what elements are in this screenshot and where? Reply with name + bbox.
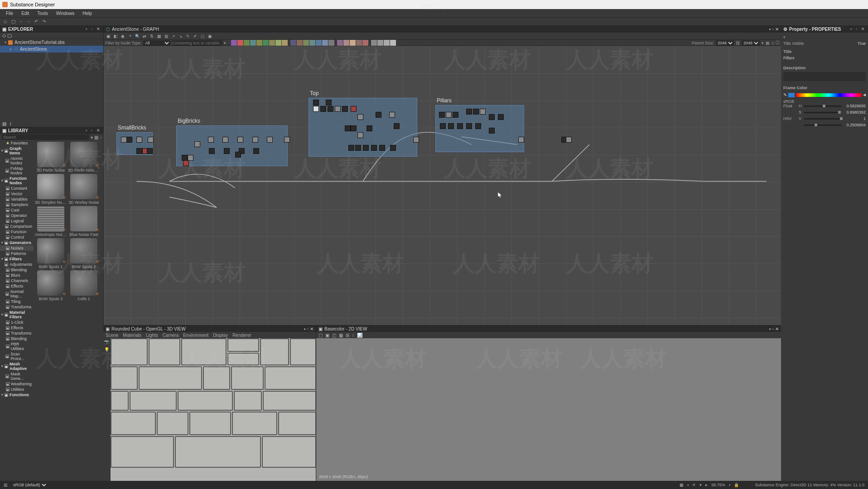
arrow-icon[interactable]: ◀: [863, 93, 866, 97]
graph-node[interactable]: [222, 137, 228, 143]
lib-cat-filters[interactable]: ▾▦Filters: [0, 256, 34, 262]
node-btn[interactable]: [309, 40, 315, 46]
node-btn[interactable]: [297, 40, 303, 46]
lib-cat-normalmap[interactable]: ▦Normal Map...: [0, 289, 34, 299]
graph-node[interactable]: [252, 137, 258, 143]
v3d-display[interactable]: Display: [213, 333, 228, 338]
color-swatch[interactable]: [788, 93, 795, 97]
lib-cat-comparison[interactable]: ▦Comparison: [0, 224, 34, 229]
close-icon[interactable]: ✕: [775, 27, 779, 32]
gt-icon[interactable]: ▥: [163, 33, 169, 39]
graph-node[interactable]: [413, 137, 419, 143]
graph-node[interactable]: [366, 125, 372, 131]
graph-node[interactable]: [136, 137, 142, 143]
graph-node[interactable]: [566, 137, 572, 143]
graph-node[interactable]: [457, 123, 463, 129]
eyedropper-icon[interactable]: ✎: [783, 92, 787, 97]
graph-node[interactable]: [357, 114, 363, 120]
lib-item[interactable]: ⟲BnW Spots 2: [68, 238, 100, 269]
graph-node[interactable]: [126, 137, 132, 143]
graph-node[interactable]: [475, 123, 481, 129]
node-btn[interactable]: [384, 40, 390, 46]
max-icon[interactable]: ▫: [100, 135, 101, 140]
node-btn[interactable]: [237, 40, 243, 46]
graph-node[interactable]: [267, 137, 273, 143]
lib-cat-meshadaptive[interactable]: ▾▦Mesh Adaptive: [0, 361, 34, 371]
lib-cat-scanproce[interactable]: ▦Scan Proce...: [0, 351, 34, 361]
node-btn[interactable]: [303, 40, 309, 46]
graph-node[interactable]: [376, 112, 381, 118]
v3d-materials[interactable]: Materials: [123, 333, 141, 338]
graph-node[interactable]: [480, 109, 486, 115]
node-btn[interactable]: [337, 40, 343, 46]
graph-node[interactable]: [313, 100, 319, 105]
v2d-tool-icon[interactable]: ▣: [325, 333, 329, 338]
graph-node[interactable]: [348, 145, 354, 151]
filter-text-input[interactable]: [172, 40, 222, 46]
lib-cat-control[interactable]: ▦Control: [0, 235, 34, 240]
lib-cat-utilities[interactable]: ▦Utilities: [0, 387, 34, 392]
node-btn[interactable]: [256, 40, 262, 46]
gt-icon[interactable]: ⎋: [772, 41, 774, 45]
lib-cat-effects[interactable]: ▦Effects: [0, 283, 34, 289]
lib-cat-effects[interactable]: ▦Effects: [0, 325, 34, 331]
dropdown-icon[interactable]: ▾: [224, 41, 226, 45]
pin-icon[interactable]: ▪: [769, 27, 771, 32]
graph-node[interactable]: [363, 145, 369, 151]
gt-icon[interactable]: ▣: [105, 33, 111, 39]
filter-type-select[interactable]: All: [143, 40, 170, 46]
graph-node[interactable]: [379, 145, 385, 151]
gt-icon[interactable]: ↗: [170, 33, 177, 39]
open-icon[interactable]: ▢: [10, 19, 16, 25]
max-icon[interactable]: ▫: [856, 27, 860, 31]
redo-icon[interactable]: ↷: [41, 19, 47, 25]
saveall-icon[interactable]: ▫: [25, 19, 32, 25]
graph-node[interactable]: [224, 148, 230, 154]
library-search-input[interactable]: [2, 134, 89, 140]
node-btn[interactable]: [250, 40, 256, 46]
max-icon[interactable]: ▫: [772, 326, 774, 331]
gt-icon[interactable]: ▦: [156, 33, 162, 39]
graph-node[interactable]: [448, 123, 454, 129]
gt-icon[interactable]: ▣: [207, 33, 213, 39]
node-btn[interactable]: [371, 40, 377, 46]
graph-node[interactable]: [235, 152, 241, 158]
status-icon[interactable]: ▪: [687, 483, 689, 487]
lib-cat-pbrutilities[interactable]: ▦PBR Utilities: [0, 341, 34, 351]
graph-node[interactable]: [390, 145, 396, 151]
save-icon[interactable]: ▫: [18, 19, 24, 25]
lib-cat-weathering[interactable]: ▦Weathering: [0, 381, 34, 387]
close-icon[interactable]: ✕: [775, 326, 779, 331]
status-icon[interactable]: ✕: [692, 483, 696, 487]
lib-item[interactable]: ⟲3D Simplex Noise: [35, 174, 67, 205]
desc-field[interactable]: [783, 72, 866, 81]
graph-canvas[interactable]: SmallBricksBigBricksTopPillars: [104, 46, 781, 325]
graph-node[interactable]: [439, 112, 445, 118]
lib-cat-maskgene[interactable]: ▦Mask Gene...: [0, 371, 34, 381]
library-grid[interactable]: ⟲3D Perlin Noise⟲3D Perlin Noise Fractal…: [34, 140, 103, 481]
exp-tool-icon[interactable]: ▢: [7, 33, 12, 38]
lib-cat-vector[interactable]: ▦Vector: [0, 191, 34, 197]
graph-node[interactable]: [473, 109, 479, 115]
v3d-camera[interactable]: Camera: [163, 333, 179, 338]
lib-cat-blending[interactable]: ▦Blending: [0, 267, 34, 273]
undo-icon[interactable]: ↶: [33, 19, 39, 25]
graph-node[interactable]: [284, 137, 290, 143]
new-icon[interactable]: ◇: [2, 19, 9, 25]
lib-cat-constant[interactable]: ▦Constant: [0, 186, 34, 191]
graph-node[interactable]: [351, 125, 357, 131]
pin-icon[interactable]: ▪: [769, 326, 771, 331]
colorspace-select[interactable]: sRGB (default): [11, 482, 48, 488]
lib-cat-fxmapnodes[interactable]: ▦FxMap Nodes: [0, 166, 34, 176]
lib-cat-logical[interactable]: ▦Logical: [0, 218, 34, 224]
graph-node[interactable]: [489, 128, 495, 134]
graph-node[interactable]: [320, 106, 326, 112]
lib-cat-patterns[interactable]: ▦Patterns: [0, 251, 34, 256]
graph-node[interactable]: [335, 106, 341, 112]
gt-icon[interactable]: ✎: [185, 33, 191, 39]
link-icon[interactable]: ⛓: [736, 41, 740, 45]
max-icon[interactable]: ▫: [91, 128, 96, 133]
graph-node[interactable]: [446, 112, 452, 118]
lib-cat-favorites[interactable]: ★Favorites: [0, 140, 34, 146]
lib-item[interactable]: ⟲Cells 1: [68, 270, 100, 301]
